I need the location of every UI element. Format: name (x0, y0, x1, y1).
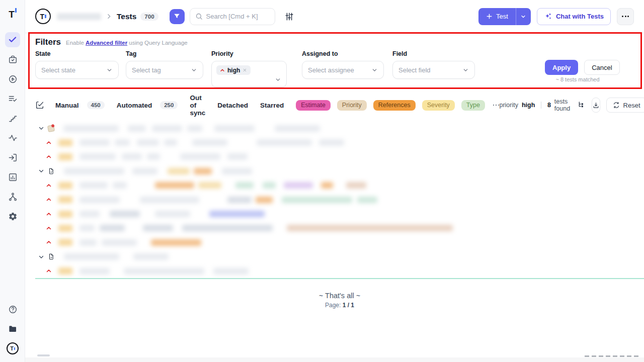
redacted-text (346, 182, 366, 189)
badge-references[interactable]: References (373, 100, 416, 111)
redacted-text (79, 153, 116, 160)
folder-icon (8, 324, 18, 334)
sidebar-item-test-plans[interactable] (5, 52, 20, 67)
test-row[interactable] (35, 264, 644, 278)
sidebar-item-settings[interactable] (5, 209, 20, 224)
field-select[interactable]: Select field (392, 61, 475, 79)
tree-view-button[interactable] (578, 101, 586, 109)
redacted-text (110, 211, 140, 217)
more-options-button[interactable] (617, 8, 634, 25)
sidebar-item-runs[interactable] (5, 71, 20, 86)
more-columns-button[interactable] (493, 105, 500, 106)
redacted-text (143, 225, 173, 231)
sidebar-item-tests[interactable] (5, 32, 20, 47)
priority-high-icon[interactable] (46, 225, 52, 231)
priority-high-icon[interactable] (46, 140, 52, 146)
priority-high-icon[interactable] (46, 239, 52, 245)
redacted-text (227, 197, 252, 203)
badge-severity[interactable]: Severity (422, 100, 455, 111)
reset-button[interactable]: Reset (606, 98, 644, 113)
document-icon (48, 253, 55, 260)
tab-detached[interactable]: Detached (217, 102, 248, 109)
test-row[interactable] (35, 193, 644, 207)
bottom-edge-strip (25, 357, 644, 362)
tag-select[interactable]: Select tag (126, 61, 203, 79)
redacted-text (79, 239, 97, 246)
sidebar-item-analytics[interactable] (5, 130, 20, 145)
new-test-dropdown-button[interactable] (516, 8, 531, 25)
chat-with-tests-button[interactable]: Chat with Tests (537, 8, 611, 25)
tab-starred[interactable]: Starred (260, 102, 284, 109)
bar-chart-icon (8, 172, 18, 182)
sidebar-item-steps[interactable] (5, 111, 20, 126)
sidebar-item-branches[interactable] (5, 189, 20, 204)
tab-out-of-sync[interactable]: Out of sync (190, 94, 205, 117)
select-all-button[interactable] (35, 101, 44, 110)
breadcrumb-section: Tests (117, 12, 136, 21)
view-settings-button[interactable] (284, 12, 294, 22)
app-logo-bottom-icon[interactable]: T (5, 341, 20, 356)
assignee-select[interactable]: Select assignee (302, 61, 384, 79)
chevron-down-icon (462, 67, 469, 73)
suite-row[interactable] (35, 164, 644, 178)
new-test-button[interactable]: Test (478, 8, 516, 25)
tab-manual[interactable]: Manual 450 (55, 101, 105, 109)
apply-button[interactable]: Apply (545, 60, 578, 75)
sidebar-item-help[interactable] (5, 302, 20, 317)
test-id-chip-redacted (58, 225, 72, 232)
test-row[interactable] (35, 178, 644, 193)
redacted-text (124, 268, 204, 275)
collapse-chevron-icon[interactable] (38, 125, 44, 131)
priority-high-icon[interactable] (46, 268, 52, 274)
test-id-chip-redacted (58, 153, 72, 160)
redacted-text (79, 197, 120, 203)
test-id-chip-redacted (58, 239, 72, 246)
pin-icon (48, 125, 54, 132)
test-row[interactable] (35, 135, 644, 149)
test-row[interactable] (35, 207, 644, 221)
refresh-icon (613, 102, 620, 109)
badge-priority[interactable]: Priority (337, 100, 367, 111)
app-logo-icon[interactable]: T (0, 8, 25, 20)
sidebar-item-result-checks[interactable] (5, 91, 20, 106)
priority-high-icon[interactable] (46, 197, 52, 203)
remove-chip-icon[interactable] (243, 68, 247, 72)
redacted-text (282, 197, 352, 203)
suite-row[interactable] (35, 121, 644, 135)
download-button[interactable] (592, 98, 600, 113)
redacted-text (321, 182, 333, 189)
test-row[interactable] (35, 235, 644, 249)
test-row[interactable] (35, 150, 644, 164)
priority-select[interactable]: high (211, 61, 287, 87)
badge-estimate[interactable]: Estimate (296, 100, 331, 111)
search-box[interactable] (190, 8, 275, 25)
collapse-chevron-icon[interactable] (38, 168, 44, 174)
state-select[interactable]: Select state (35, 61, 119, 79)
tab-automated[interactable]: Automated 250 (117, 101, 178, 109)
filters-header: Filters Enable Advanced filter using Que… (35, 37, 188, 47)
sparkles-icon (544, 12, 552, 21)
cancel-button[interactable]: Cancel (584, 60, 619, 75)
chevron-down-icon (106, 67, 113, 73)
pagination: Page: 1 / 1 (325, 302, 354, 309)
project-logo-icon[interactable]: T (35, 9, 51, 24)
priority-high-chip[interactable]: high (216, 65, 251, 75)
priority-high-icon[interactable] (46, 183, 52, 189)
advanced-filter-link[interactable]: Advanced filter (86, 40, 127, 46)
project-name-redacted[interactable] (57, 13, 101, 20)
collapse-chevron-icon[interactable] (38, 254, 44, 260)
badge-type[interactable]: Type (461, 100, 485, 111)
sidebar-item-projects[interactable] (5, 321, 20, 336)
suite-row[interactable] (35, 250, 644, 264)
redacted-text (214, 125, 255, 132)
priority-high-icon[interactable] (46, 211, 52, 217)
test-row[interactable] (35, 221, 644, 235)
filter-funnel-button[interactable] (170, 9, 185, 24)
redacted-text (263, 182, 276, 189)
sliders-icon (284, 12, 294, 22)
sidebar-item-reports[interactable] (5, 169, 20, 185)
import-box-icon (8, 153, 18, 162)
search-input[interactable] (206, 13, 267, 20)
sidebar-item-imports[interactable] (5, 150, 20, 165)
priority-high-icon[interactable] (46, 154, 52, 160)
